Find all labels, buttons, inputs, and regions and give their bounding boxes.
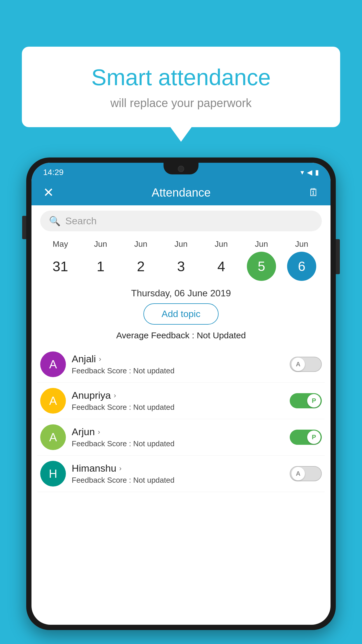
- app-header: ✕ Attendance 🗓: [31, 180, 331, 205]
- front-camera: [178, 166, 184, 172]
- calendar-strip: May Jun Jun Jun Jun Jun Jun 31 1: [31, 237, 331, 281]
- phone-outer: 14:29 ▾ ◀ ▮ ✕ Attendance 🗓 🔍 Search: [26, 158, 336, 630]
- student-info-anjali: Anjali › Feedback Score : Not updated: [72, 353, 284, 375]
- calendar-dates: 31 1 2 3 4 5: [40, 252, 322, 281]
- month-3: Jun: [162, 239, 200, 249]
- date-2[interactable]: 2: [122, 258, 160, 274]
- date-6-selected[interactable]: 6: [287, 252, 316, 281]
- chevron-right-icon: ›: [98, 428, 100, 436]
- attendance-toggle-anupriya[interactable]: P: [290, 393, 322, 408]
- student-info-arjun: Arjun › Feedback Score : Not updated: [72, 426, 284, 448]
- avatar-himanshu: H: [40, 461, 66, 487]
- student-info-himanshu: Himanshu › Feedback Score : Not updated: [72, 463, 284, 485]
- avatar-anupriya: A: [40, 388, 66, 414]
- attendance-toggle-arjun[interactable]: P: [290, 430, 322, 445]
- attendance-toggle-anjali[interactable]: A: [290, 357, 322, 372]
- close-button[interactable]: ✕: [43, 186, 54, 199]
- month-0: May: [41, 239, 79, 249]
- avatar-anjali: A: [40, 351, 66, 377]
- date-3[interactable]: 3: [162, 258, 200, 274]
- toggle-knob-arjun: P: [307, 430, 321, 444]
- selected-date-heading: Thursday, 06 June 2019: [31, 288, 331, 299]
- average-feedback: Average Feedback : Not Updated: [31, 330, 331, 340]
- chevron-right-icon: ›: [119, 464, 122, 473]
- month-5: Jun: [242, 239, 280, 249]
- student-name-arjun: Arjun ›: [72, 426, 284, 438]
- student-name-anupriya: Anupriya ›: [72, 390, 284, 401]
- add-topic-button[interactable]: Add topic: [143, 303, 218, 325]
- speech-bubble-container: Smart attendance will replace your paper…: [22, 47, 340, 127]
- toggle-knob-anjali: A: [291, 358, 305, 371]
- date-4[interactable]: 4: [202, 258, 240, 274]
- date-wrapper-6[interactable]: 6: [283, 252, 321, 281]
- month-2: Jun: [122, 239, 160, 249]
- search-icon: 🔍: [49, 216, 61, 227]
- student-list: A Anjali › Feedback Score : Not updated: [31, 346, 331, 492]
- avatar-arjun: A: [40, 424, 66, 450]
- search-input[interactable]: Search: [65, 215, 97, 227]
- phone-container: 14:29 ▾ ◀ ▮ ✕ Attendance 🗓 🔍 Search: [26, 158, 336, 644]
- date-wrapper-2[interactable]: 2: [122, 258, 160, 274]
- date-1[interactable]: 1: [82, 258, 120, 274]
- attendance-toggle-himanshu[interactable]: A: [290, 466, 322, 481]
- student-item-arjun[interactable]: A Arjun › Feedback Score : Not updated: [37, 419, 325, 456]
- feedback-score-anjali: Feedback Score : Not updated: [72, 366, 284, 375]
- calendar-icon[interactable]: 🗓: [308, 186, 319, 199]
- student-item-himanshu[interactable]: H Himanshu › Feedback Score : Not update…: [37, 456, 325, 492]
- toggle-knob-himanshu: A: [291, 467, 305, 480]
- month-4: Jun: [202, 239, 240, 249]
- feedback-score-arjun: Feedback Score : Not updated: [72, 439, 284, 448]
- chevron-right-icon: ›: [99, 355, 101, 363]
- search-bar[interactable]: 🔍 Search: [40, 211, 322, 231]
- month-1: Jun: [82, 239, 120, 249]
- date-31[interactable]: 31: [41, 258, 79, 274]
- battery-icon: ▮: [315, 168, 319, 176]
- date-wrapper-3[interactable]: 3: [162, 258, 200, 274]
- date-wrapper-5[interactable]: 5: [242, 252, 280, 281]
- toggle-anupriya[interactable]: P: [290, 393, 322, 408]
- student-item-anjali[interactable]: A Anjali › Feedback Score : Not updated: [37, 346, 325, 383]
- speech-title: Smart attendance: [39, 64, 323, 91]
- phone-side-button-right: [336, 239, 340, 274]
- avg-feedback-label: Average Feedback :: [116, 330, 194, 340]
- feedback-score-anupriya: Feedback Score : Not updated: [72, 403, 284, 412]
- speech-subtitle: will replace your paperwork: [39, 97, 323, 110]
- screen-title: Attendance: [152, 186, 210, 199]
- month-6: Jun: [283, 239, 321, 249]
- signal-icon: ◀: [307, 168, 312, 176]
- student-info-anupriya: Anupriya › Feedback Score : Not updated: [72, 390, 284, 412]
- toggle-arjun[interactable]: P: [290, 430, 322, 445]
- student-name-himanshu: Himanshu ›: [72, 463, 284, 474]
- wifi-icon: ▾: [301, 168, 304, 176]
- status-icons: ▾ ◀ ▮: [301, 168, 319, 176]
- student-name-anjali: Anjali ›: [72, 353, 284, 365]
- date-wrapper-0[interactable]: 31: [41, 258, 79, 274]
- feedback-score-himanshu: Feedback Score : Not updated: [72, 476, 284, 485]
- student-item-anupriya[interactable]: A Anupriya › Feedback Score : Not update…: [37, 383, 325, 419]
- phone-side-button-left: [22, 216, 26, 239]
- toggle-himanshu[interactable]: A: [290, 466, 322, 481]
- date-wrapper-4[interactable]: 4: [202, 258, 240, 274]
- speech-bubble: Smart attendance will replace your paper…: [22, 47, 340, 127]
- phone-screen: 14:29 ▾ ◀ ▮ ✕ Attendance 🗓 🔍 Search: [31, 163, 331, 625]
- toggle-knob-anupriya: P: [307, 394, 321, 407]
- date-wrapper-1[interactable]: 1: [82, 258, 120, 274]
- avg-feedback-value: Not Updated: [197, 330, 246, 340]
- calendar-months: May Jun Jun Jun Jun Jun Jun: [40, 239, 322, 249]
- chevron-right-icon: ›: [114, 391, 116, 400]
- toggle-anjali[interactable]: A: [290, 357, 322, 372]
- phone-notch: [164, 163, 198, 174]
- status-time: 14:29: [43, 168, 64, 177]
- date-5-active[interactable]: 5: [247, 252, 276, 281]
